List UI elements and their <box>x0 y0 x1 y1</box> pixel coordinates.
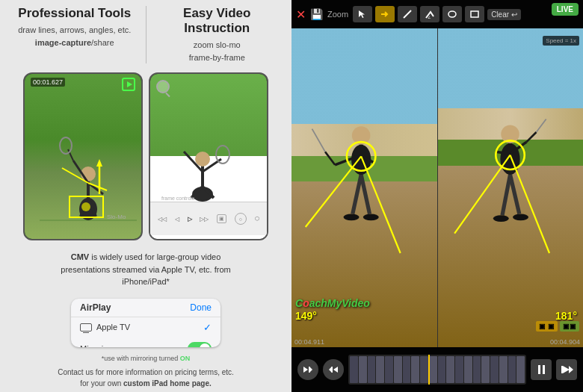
frame-9 <box>420 356 428 383</box>
video-area: 149° CoachMyVideo 00:04.911 <box>292 28 583 347</box>
tool-arrow-right[interactable] <box>375 6 395 22</box>
svg-line-37 <box>352 175 360 214</box>
svg-line-26 <box>404 10 411 18</box>
svg-line-56 <box>454 155 510 234</box>
line-icon <box>402 9 413 19</box>
screen-1-inner: 00:01.627 <box>25 74 141 239</box>
svg-point-39 <box>343 214 359 221</box>
close-button[interactable]: ✕ <box>296 7 306 22</box>
next-frame-button[interactable] <box>556 359 577 380</box>
play-pause-button[interactable] <box>531 359 552 380</box>
appletv-checkmark: ✓ <box>203 322 212 333</box>
cursor-icon <box>357 9 368 19</box>
svg-line-49 <box>537 119 546 133</box>
svg-line-48 <box>527 132 537 142</box>
rewind-button[interactable] <box>297 359 318 380</box>
mirroring-label-group: Mirroring <box>80 344 112 348</box>
frame-19 <box>508 356 516 383</box>
svg-marker-60 <box>563 366 570 373</box>
zoom-label: Zoom <box>327 10 348 19</box>
info-section: CMV is widely used for large-group video… <box>46 246 245 293</box>
right-panel: ✕ 💾 Zoom ∠ Clear ↩ LIVE <box>292 0 583 392</box>
frame-back: ◁ <box>175 216 179 223</box>
frame-20 <box>516 356 525 383</box>
frame-13 <box>455 356 463 383</box>
video-left: 149° CoachMyVideo 00:04.911 <box>292 28 438 347</box>
frame-1 <box>350 356 358 383</box>
bottom-controls-2: ◁◁ ◁ ▷ ▷▷ ▣ ○ ⬡ <box>150 202 267 235</box>
timeline[interactable] <box>348 355 526 385</box>
svg-rect-29 <box>471 11 478 17</box>
frame-16 <box>481 356 490 383</box>
angle-icon: ∠ <box>425 9 435 19</box>
svg-line-51 <box>502 175 510 215</box>
frame-17 <box>490 356 499 383</box>
mirroring-toggle[interactable] <box>188 342 212 348</box>
forward-icon <box>327 364 339 376</box>
pause-bar-2 <box>543 365 545 374</box>
svg-point-15 <box>81 202 90 211</box>
tool-line[interactable] <box>398 6 417 22</box>
airplay-done-button[interactable]: Done <box>190 302 212 313</box>
appletv-label-group: Apple TV <box>80 323 130 332</box>
easy-sub: zoom slo-mo frame-by-frame <box>150 39 285 63</box>
timeline-frames <box>348 355 526 385</box>
frame-2 <box>359 356 367 383</box>
svg-line-35 <box>312 129 325 152</box>
pro-sub1: draw lines, arrows, angles, etc. <box>18 25 131 34</box>
tool-cursor[interactable] <box>353 6 372 22</box>
screenshot-2: frame controls ◁◁ ◁ ▷ ▷▷ ▣ ○ ⬡ <box>149 72 268 240</box>
frame-list: ▣ <box>217 214 226 223</box>
frame-4 <box>376 356 384 383</box>
circle-icon <box>447 9 457 19</box>
speed-badge: Speed = 1x <box>543 36 579 46</box>
tv-icon <box>80 323 92 332</box>
frame-14 <box>464 356 472 383</box>
golfer-left-svg <box>299 76 430 299</box>
frame-8 <box>411 356 419 383</box>
angle-left-text: 149° <box>295 310 317 322</box>
tv-stand <box>83 331 89 333</box>
timeline-cursor <box>428 355 430 385</box>
left-panel: Professional Tools draw lines, arrows, a… <box>0 0 292 392</box>
mirroring-row: Mirroring <box>71 337 220 348</box>
screenshots-row: 00:01.627 <box>12 66 280 246</box>
svg-point-28 <box>448 11 456 17</box>
airplay-title: AirPlay <box>80 302 111 313</box>
angle-right-text: 181° <box>555 310 577 322</box>
frame-11 <box>438 356 446 383</box>
frame-3 <box>368 356 376 383</box>
frame-6 <box>394 356 402 383</box>
svg-point-53 <box>493 215 509 222</box>
contact-section: Contact us for more information on prici… <box>46 364 245 392</box>
screenshot-1: 00:01.627 <box>23 72 143 240</box>
tool-rect[interactable] <box>465 6 484 22</box>
frame-12 <box>446 356 454 383</box>
airplay-box: AirPlay Done Apple TV ✓ Mirroring With A… <box>71 299 220 348</box>
svg-point-22 <box>216 146 229 164</box>
svg-line-38 <box>361 175 369 214</box>
frame-5 <box>385 356 393 383</box>
forward-button[interactable] <box>323 359 344 380</box>
watermark-text: C <box>295 297 303 309</box>
player-svg-2: frame controls <box>154 74 267 202</box>
easy-video-col: Easy Video Instruction zoom slo-mo frame… <box>150 6 285 63</box>
clear-button[interactable]: Clear ↩ <box>487 9 521 20</box>
header-divider <box>146 6 146 63</box>
svg-line-52 <box>510 175 519 214</box>
frame-18 <box>499 356 508 383</box>
tool-angle[interactable]: ∠ <box>420 6 439 22</box>
live-button[interactable]: LIVE <box>552 3 579 16</box>
next-frame-icon <box>560 363 573 376</box>
rewind-icon <box>302 364 314 376</box>
save-icon[interactable]: 💾 <box>310 8 323 20</box>
airplay-header: AirPlay Done <box>71 299 220 317</box>
tool-circle[interactable] <box>442 6 462 22</box>
svg-text:∠: ∠ <box>428 15 431 19</box>
screen-2-inner: frame controls ◁◁ ◁ ▷ ▷▷ ▣ ○ ⬡ <box>150 74 267 239</box>
player-svg-1: Slo-Mo <box>40 78 137 228</box>
professional-title: Professional Tools <box>7 6 142 21</box>
svg-text:Slo-Mo: Slo-Mo <box>107 214 126 220</box>
rect-icon <box>469 9 480 19</box>
svg-point-54 <box>513 214 528 221</box>
